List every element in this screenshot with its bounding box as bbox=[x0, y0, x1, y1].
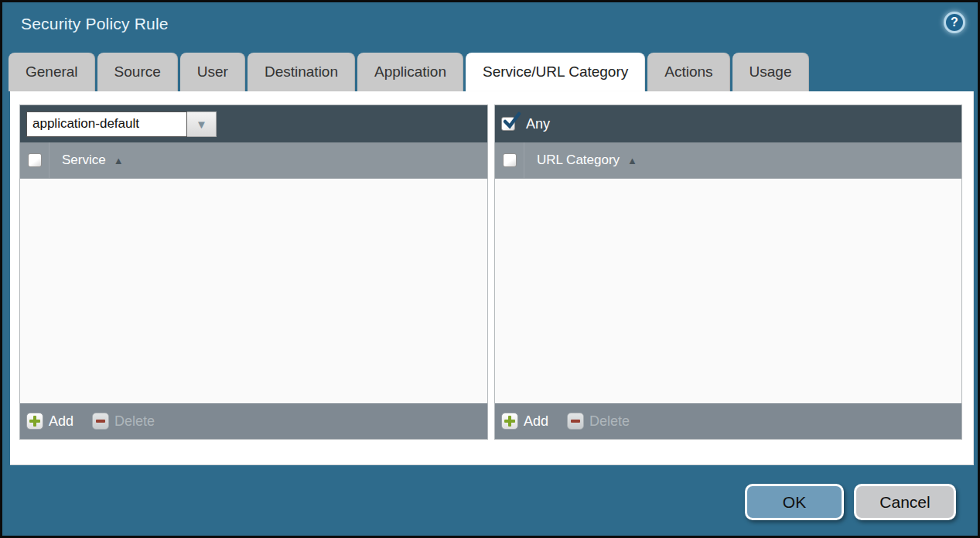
dialog-frame: Security Policy Rule ? General Source Us… bbox=[0, 0, 980, 538]
any-checkbox[interactable] bbox=[501, 117, 515, 131]
service-type-dropdown-button[interactable]: ▼ bbox=[187, 111, 217, 137]
service-table-body[interactable] bbox=[20, 179, 487, 403]
checkmark-icon bbox=[502, 111, 521, 131]
url-category-action-bar: Add Delete bbox=[495, 403, 961, 439]
delete-minus-icon bbox=[92, 413, 109, 430]
url-category-column-header-row: URL Category ▲ bbox=[495, 142, 961, 179]
url-category-panel: Any URL Category ▲ Add bbox=[494, 105, 962, 440]
cancel-button[interactable]: Cancel bbox=[854, 484, 956, 520]
tab-user[interactable]: User bbox=[180, 53, 245, 91]
url-category-panel-header: Any bbox=[495, 105, 961, 142]
chevron-down-icon: ▼ bbox=[196, 118, 207, 130]
url-category-add-label: Add bbox=[524, 413, 548, 430]
service-select-all-cell bbox=[20, 142, 50, 178]
service-add-label: Add bbox=[49, 413, 73, 430]
service-add-button[interactable]: Add bbox=[26, 413, 73, 430]
url-category-delete-label: Delete bbox=[589, 413, 630, 430]
tab-application[interactable]: Application bbox=[357, 53, 463, 91]
service-delete-button[interactable]: Delete bbox=[92, 413, 155, 430]
tab-service-url-category[interactable]: Service/URL Category bbox=[466, 53, 645, 91]
url-category-select-all-cell bbox=[495, 142, 524, 178]
tab-usage[interactable]: Usage bbox=[732, 53, 809, 91]
service-action-bar: Add Delete bbox=[20, 403, 487, 439]
url-category-delete-button[interactable]: Delete bbox=[567, 413, 630, 430]
service-column-header-row: Service ▲ bbox=[20, 142, 487, 179]
ok-button[interactable]: OK bbox=[745, 484, 844, 520]
service-column-label[interactable]: Service bbox=[62, 152, 106, 168]
tab-general[interactable]: General bbox=[9, 53, 95, 91]
add-plus-icon bbox=[26, 413, 43, 430]
security-policy-rule-dialog: Security Policy Rule ? General Source Us… bbox=[2, 2, 978, 536]
delete-minus-icon bbox=[567, 413, 584, 430]
url-category-add-button[interactable]: Add bbox=[501, 413, 548, 430]
sort-ascending-icon[interactable]: ▲ bbox=[114, 155, 124, 166]
service-delete-label: Delete bbox=[114, 413, 155, 430]
url-category-table-body[interactable] bbox=[495, 179, 961, 403]
help-icon[interactable]: ? bbox=[944, 12, 965, 33]
url-category-column-label[interactable]: URL Category bbox=[537, 152, 620, 168]
tab-destination[interactable]: Destination bbox=[248, 53, 355, 91]
tab-source[interactable]: Source bbox=[97, 53, 178, 91]
service-panel-header: ▼ bbox=[20, 105, 487, 142]
any-label: Any bbox=[526, 116, 550, 132]
tab-bar: General Source User Destination Applicat… bbox=[9, 53, 809, 91]
service-type-input[interactable] bbox=[26, 111, 187, 137]
tab-actions[interactable]: Actions bbox=[647, 53, 729, 91]
service-panel: ▼ Service ▲ Add bbox=[19, 105, 488, 440]
sort-ascending-icon[interactable]: ▲ bbox=[627, 155, 637, 166]
service-select-all-checkbox[interactable] bbox=[28, 153, 42, 167]
dialog-title: Security Policy Rule bbox=[21, 15, 169, 33]
tab-content-area: ▼ Service ▲ Add bbox=[10, 91, 974, 465]
add-plus-icon bbox=[501, 413, 518, 430]
service-type-combobox: ▼ bbox=[26, 111, 217, 137]
url-category-select-all-checkbox[interactable] bbox=[503, 153, 517, 167]
